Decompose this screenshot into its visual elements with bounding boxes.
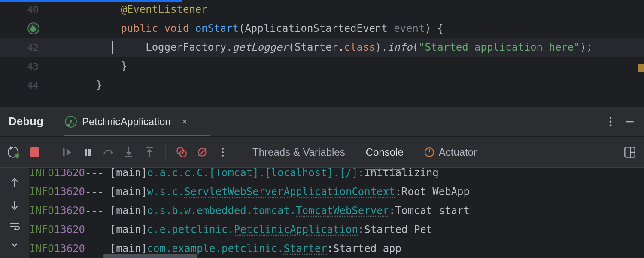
svg-point-17 [222,151,224,153]
line-number[interactable]: 44 [0,80,46,91]
code-content: } [46,79,102,91]
line-number[interactable]: 40 [0,4,46,15]
svg-point-18 [222,155,224,157]
mute-breakpoints-button[interactable] [194,144,210,160]
code-content: LoggerFactory.getLogger(Starter.class).i… [46,41,592,53]
separator [51,144,51,160]
stop-icon [30,147,39,157]
expand-button[interactable] [12,242,18,249]
resume-button[interactable] [59,144,75,160]
console-gutter [0,168,29,258]
debug-toolbar: Threads & Variables Console Actuator [0,137,644,168]
soft-wrap-button[interactable] [9,222,20,230]
debug-panel-header: Debug PetclinicApplication × [0,107,644,137]
svg-rect-10 [88,149,91,156]
tab-threads-variables[interactable]: Threads & Variables [252,141,346,163]
view-breakpoints-button[interactable] [173,144,190,160]
tab-label: PetclinicApplication [82,116,171,128]
svg-point-2 [70,120,72,122]
code-content: @EventListener [46,3,208,15]
step-out-button[interactable] [141,144,158,160]
console-output[interactable]: INFO 13620 --- [ main] o.a.c.c.C.[Tomcat… [29,168,644,258]
console-area: INFO 13620 --- [ main] o.a.c.c.C.[Tomcat… [0,168,644,258]
close-icon[interactable]: × [179,115,190,128]
line-number[interactable]: 43 [0,61,46,72]
svg-point-5 [610,120,612,123]
console-line[interactable]: INFO 13620 --- [ main] c.e.petclinic.Pet… [29,220,644,239]
run-config-icon [65,116,77,128]
code-content: } [46,60,127,72]
line-number[interactable]: 42 [0,42,46,53]
text-cursor [112,41,113,54]
scroll-down-button[interactable] [10,200,19,211]
separator [165,144,166,160]
minimize-icon[interactable] [624,116,635,127]
horizontal-scrollbar[interactable] [103,254,197,258]
editor-line[interactable]: 44 } [0,76,644,95]
scroll-up-button[interactable] [10,177,19,188]
svg-rect-9 [85,149,87,156]
tab-console[interactable]: Console [365,141,404,163]
more-icon[interactable] [609,116,612,127]
code-content: public void onStart(ApplicationStartedEv… [46,22,444,34]
bean-gutter-icon[interactable] [27,22,39,34]
svg-rect-8 [63,148,64,156]
pause-button[interactable] [79,144,96,160]
editor-line[interactable]: 42 LoggerFactory.getLogger(Starter.class… [0,38,644,57]
svg-point-4 [610,117,612,119]
editor-line[interactable]: 40 @EventListener [0,0,644,19]
step-into-button[interactable] [121,144,137,160]
console-line[interactable]: INFO 13620 --- [ main] w.s.c.ServletWebS… [29,182,644,201]
tab-underline [64,135,210,136]
actuator-icon [424,147,434,157]
progress-bar [0,0,182,2]
rerun-button[interactable] [6,144,22,160]
editor-line[interactable]: 41 public void onStart(ApplicationStarte… [0,19,644,38]
console-line[interactable]: INFO 13620 --- [ main] o.s.b.w.embedded.… [29,201,644,220]
svg-point-6 [610,124,612,126]
code-editor[interactable]: 40 @EventListener41 public void onStart(… [0,0,644,107]
stop-button[interactable] [27,144,43,160]
tab-actuator[interactable]: Actuator [423,141,478,163]
svg-point-16 [222,148,224,150]
svg-point-7 [15,153,20,158]
svg-rect-11 [125,156,132,157]
svg-rect-12 [146,147,153,148]
console-line[interactable]: INFO 13620 --- [ main] o.a.c.c.C.[Tomcat… [29,168,644,182]
layout-settings-button[interactable] [622,144,638,160]
line-number[interactable]: 41 [0,23,46,34]
editor-line[interactable]: 43 } [0,57,644,76]
run-config-tab[interactable]: PetclinicApplication × [65,107,190,136]
step-over-button[interactable] [100,144,116,160]
debug-title: Debug [9,115,43,128]
more-actions-button[interactable] [215,144,231,160]
